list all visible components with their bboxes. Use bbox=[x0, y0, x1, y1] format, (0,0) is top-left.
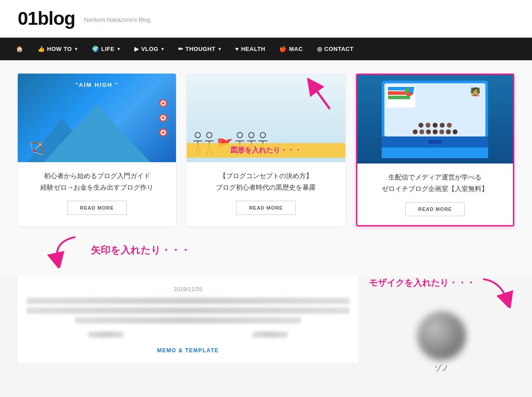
read-more-btn-1[interactable]: READ MORE bbox=[67, 201, 127, 215]
shape-label: 図形を入れたり・・・ bbox=[187, 143, 345, 158]
main-content: 🏹 初心者から始めるブログ入門ガイド 経験ゼロ→お金を生み出すブログ作り REA bbox=[0, 60, 532, 277]
nav-label-life: LIFE bbox=[101, 46, 114, 52]
nav-home[interactable]: 🏠 bbox=[9, 38, 31, 60]
site-logo[interactable]: 01blog bbox=[18, 8, 75, 29]
target-dots bbox=[159, 99, 167, 136]
card-1-body: 初心者から始めるブログ入門ガイド 経験ゼロ→お金を生み出すブログ作り READ … bbox=[18, 162, 176, 224]
nav-label-mac: MAC bbox=[289, 46, 303, 52]
site-tagline: Norifumi Nakazono's Blog. bbox=[84, 16, 152, 23]
nav-label-health: HEALTH bbox=[241, 46, 266, 52]
card-3-title: 生配信でメディア運営が学べる ゼロイチブログ企画室【入室無料】 bbox=[366, 171, 504, 194]
caret-icon: ▾ bbox=[75, 47, 78, 51]
blurred-line-1 bbox=[27, 298, 349, 304]
card-1-image: 🏹 bbox=[18, 74, 176, 162]
caret-icon-thought: ▾ bbox=[219, 47, 221, 51]
card-3-image: 🧑‍🏫 bbox=[357, 75, 513, 163]
nav-item-contact[interactable]: ◎ CONTACT bbox=[310, 38, 361, 60]
post-date: 2019/11/25 bbox=[27, 286, 349, 292]
target-dot-2 bbox=[159, 114, 167, 122]
nav-label-howto: HOW TO bbox=[47, 46, 72, 52]
read-more-btn-3[interactable]: READ MORE bbox=[405, 202, 465, 216]
nav-item-mac[interactable]: 🍎 MAC bbox=[272, 38, 310, 60]
archer-figure-icon: 🏹 bbox=[29, 141, 44, 156]
card-2: 🚩 bbox=[187, 74, 345, 226]
cards-grid: 🏹 初心者から始めるブログ入門ガイド 経験ゼロ→お金を生み出すブログ作り REA bbox=[18, 74, 514, 226]
nav-item-howto[interactable]: 👍 HOW TO ▾ bbox=[31, 38, 85, 60]
health-icon: ♥ bbox=[235, 46, 239, 52]
life-icon: 🌍 bbox=[92, 46, 99, 52]
card-2-title: 【ブログコンセプトの決め方】 ブログ初心者時代の黒歴史を暴露 bbox=[196, 170, 336, 193]
arrow-annotation-text: 矢印を入れたり・・・ bbox=[91, 244, 190, 257]
target-dot-3 bbox=[159, 128, 167, 136]
card-3-body: 生配信でメディア運営が学べる ゼロイチブログ企画室【入室無料】 READ MOR… bbox=[357, 163, 513, 225]
nav-item-thought[interactable]: ✏ THOUGHT ▾ bbox=[171, 38, 228, 60]
nav-item-vlog[interactable]: ▶ VLOG ▾ bbox=[127, 38, 171, 60]
vlog-icon: ▶ bbox=[134, 46, 139, 52]
author-name: ゾノ bbox=[434, 364, 449, 373]
caret-icon-vlog: ▾ bbox=[161, 47, 164, 51]
svg-line-0 bbox=[312, 85, 330, 109]
blurred-line-3 bbox=[75, 317, 301, 323]
nav-item-health[interactable]: ♥ HEALTH bbox=[228, 38, 273, 60]
card-2-body: 【ブログコンセプトの決め方】 ブログ初心者時代の黒歴史を暴露 READ MORE bbox=[187, 162, 345, 224]
blurred-line-2 bbox=[27, 307, 349, 314]
card-2-image: 🚩 bbox=[187, 74, 345, 162]
bottom-section: 2019/11/25 MEMO & TEMPLATE モザイクを入れたり・・・ bbox=[0, 277, 532, 382]
read-more-btn-2[interactable]: READ MORE bbox=[236, 201, 296, 215]
contact-icon: ◎ bbox=[317, 46, 322, 52]
caret-icon-life: ▾ bbox=[117, 47, 120, 51]
blurred-line-5 bbox=[252, 331, 288, 338]
site-header: 01blog Norifumi Nakazono's Blog. bbox=[0, 0, 532, 38]
howto-icon: 👍 bbox=[38, 46, 45, 52]
presenter-icon: 🧑‍🏫 bbox=[470, 87, 480, 97]
bottom-right-content: モザイクを入れたり・・・ ゾノ bbox=[369, 277, 514, 373]
memo-link[interactable]: MEMO & TEMPLATE bbox=[27, 347, 349, 354]
avatar-blurred bbox=[417, 311, 466, 360]
card-1: 🏹 初心者から始めるブログ入門ガイド 経験ゼロ→お金を生み出すブログ作り REA bbox=[18, 74, 176, 226]
mosaic-annotation-text: モザイクを入れたり・・・ bbox=[369, 277, 475, 289]
home-icon: 🏠 bbox=[16, 46, 23, 52]
blurred-line-4 bbox=[88, 331, 124, 338]
bottom-left-content: 2019/11/25 MEMO & TEMPLATE bbox=[18, 277, 358, 362]
nav-label-vlog: VLOG bbox=[141, 46, 158, 52]
mac-icon: 🍎 bbox=[279, 46, 287, 52]
nav-label-contact: CONTACT bbox=[325, 46, 354, 52]
mosaic-arrow-svg bbox=[479, 277, 514, 308]
arrow-annotation-svg bbox=[44, 233, 89, 268]
nav-item-life[interactable]: 🌍 LIFE ▾ bbox=[85, 38, 127, 60]
target-dot-1 bbox=[159, 99, 167, 107]
card-1-title: 初心者から始めるブログ入門ガイド 経験ゼロ→お金を生み出すブログ作り bbox=[27, 170, 167, 193]
nav-label-thought: THOUGHT bbox=[185, 46, 215, 52]
card-3: 🧑‍🏫 bbox=[356, 74, 514, 226]
site-nav: 🏠 👍 HOW TO ▾ 🌍 LIFE ▾ ▶ VLOG ▾ ✏ THOUGHT… bbox=[0, 38, 532, 60]
pink-arrow-svg bbox=[303, 78, 339, 113]
thought-icon: ✏ bbox=[178, 46, 184, 52]
